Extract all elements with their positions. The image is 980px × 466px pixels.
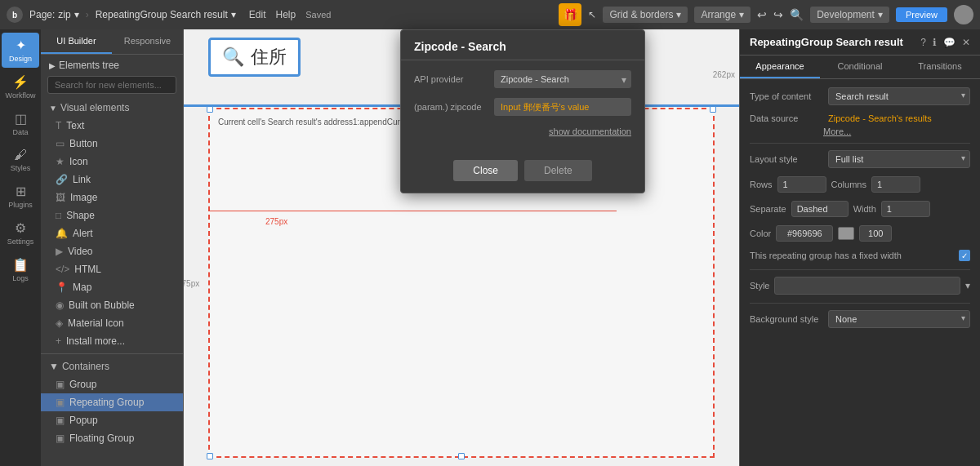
element-link[interactable]: 🔗 Link	[41, 171, 183, 189]
columns-select-wrap[interactable]: 1	[871, 176, 920, 193]
element-install-more[interactable]: + Install more...	[41, 332, 183, 350]
info-icon[interactable]: ℹ	[933, 37, 937, 48]
topbar: b Page: zip ▾ › RepeatingGroup Search re…	[0, 0, 980, 29]
element-search-input[interactable]	[55, 80, 169, 90]
param-zipcode-value[interactable]	[494, 98, 631, 116]
tab-ui-builder[interactable]: UI Builder	[41, 29, 112, 54]
undo-button[interactable]: ↩	[757, 8, 767, 21]
separate-select-wrap[interactable]: Dashed	[791, 201, 849, 217]
containers-section[interactable]: ▼ Containers	[41, 357, 183, 375]
layout-style-select[interactable]: Full list	[828, 150, 970, 168]
data-source-more[interactable]: More...	[823, 126, 970, 136]
tab-appearance[interactable]: Appearance	[740, 55, 820, 78]
help-action[interactable]: Help	[275, 9, 296, 20]
data-source-link[interactable]: Zipcode - Search's results	[828, 113, 970, 123]
rows-select[interactable]: 1	[777, 176, 826, 193]
elements-tree-header[interactable]: ▶ Elements tree	[41, 55, 183, 76]
tab-responsive[interactable]: Responsive	[112, 29, 183, 54]
element-floating-group[interactable]: ▣ Floating Group	[41, 429, 183, 447]
background-style-value-wrap[interactable]: None	[828, 310, 970, 328]
sidebar-item-styles[interactable]: 🖌 Styles	[2, 143, 39, 177]
style-chevron[interactable]: ▾	[965, 280, 970, 291]
style-input[interactable]	[774, 277, 960, 295]
grid-chevron[interactable]: ▾	[676, 9, 681, 20]
page-selector[interactable]: Page: zip ▾	[29, 9, 79, 20]
element-group[interactable]: ▣ Group	[41, 375, 183, 393]
topbar-right-icons: ↖ Grid & borders ▾ Arrange ▾ ↩ ↪ 🔍 Devel…	[588, 5, 973, 24]
element-image[interactable]: 🖼 Image	[41, 189, 183, 206]
grid-borders-button[interactable]: Grid & borders ▾	[603, 7, 688, 23]
element-text[interactable]: T Text	[41, 117, 183, 135]
element-video[interactable]: ▶ Video	[41, 242, 183, 260]
help-icon[interactable]: ?	[920, 37, 926, 48]
element-built-on-bubble[interactable]: ◉ Built on Bubble	[41, 296, 183, 314]
arrange-chevron[interactable]: ▾	[739, 9, 744, 20]
sidebar-item-settings[interactable]: ⚙ Settings	[2, 215, 39, 251]
page-chevron[interactable]: ▾	[74, 9, 79, 20]
resize-handle-tl[interactable]	[207, 106, 213, 113]
element-material-icon[interactable]: ◈ Material Icon	[41, 314, 183, 332]
edit-action[interactable]: Edit	[249, 9, 266, 20]
type-of-content-value-wrap[interactable]: Search result	[828, 87, 970, 105]
width-select-wrap[interactable]: 1	[881, 201, 930, 217]
element-map[interactable]: 📍 Map	[41, 278, 183, 296]
redo-button[interactable]: ↪	[773, 8, 783, 21]
panel-tabs: UI Builder Responsive	[41, 29, 183, 55]
separate-select[interactable]: Dashed	[791, 201, 849, 217]
arrange-button[interactable]: Arrange ▾	[694, 7, 751, 23]
preview-button[interactable]: Preview	[896, 7, 947, 22]
color-hex-input[interactable]	[776, 225, 833, 242]
element-button[interactable]: ▭ Button	[41, 135, 183, 153]
sidebar-item-workflow[interactable]: ⚡ Workflow	[2, 69, 39, 104]
element-repeating-group[interactable]: ▣ Repeating Group	[41, 393, 183, 411]
columns-select[interactable]: 1	[871, 176, 920, 193]
close-icon[interactable]: ✕	[962, 37, 970, 48]
visual-elements-section[interactable]: ▼ Visual elements	[41, 99, 183, 117]
delete-button[interactable]: Delete	[524, 160, 592, 181]
api-provider-select[interactable]: Zipcode - Search	[494, 70, 631, 88]
gift-icon[interactable]: 🎁	[559, 3, 581, 26]
color-label: Color	[750, 229, 771, 238]
sidebar-item-plugins[interactable]: ⊞ Plugins	[2, 179, 39, 214]
sidebar-item-design[interactable]: ✦ Design	[2, 33, 39, 68]
tab-transitions[interactable]: Transitions	[900, 55, 980, 78]
element-shape[interactable]: □ Shape	[41, 206, 183, 224]
param-zipcode-input[interactable]	[494, 98, 631, 116]
resize-handle-bm[interactable]	[458, 453, 465, 459]
page-label: Page:	[29, 9, 55, 20]
user-avatar[interactable]	[954, 5, 973, 24]
element-search-bar[interactable]	[47, 76, 176, 94]
search-button[interactable]: 🔍	[790, 8, 804, 21]
element-html[interactable]: </> HTML	[41, 260, 183, 278]
element-icon[interactable]: ★ Icon	[41, 153, 183, 171]
saved-status: Saved	[305, 10, 331, 20]
background-style-select[interactable]: None	[828, 310, 970, 328]
type-of-content-select[interactable]: Search result	[828, 87, 970, 105]
sidebar-item-data[interactable]: ◫ Data	[2, 106, 39, 141]
color-swatch[interactable]	[838, 227, 854, 240]
resize-handle-bl[interactable]	[207, 453, 213, 459]
rg-selector[interactable]: RepeatingGroup Search result ▾	[96, 9, 236, 20]
type-of-content-select-wrap[interactable]: Search result	[828, 87, 970, 105]
element-alert[interactable]: 🔔 Alert	[41, 224, 183, 242]
api-provider-select-wrap[interactable]: Zipcode - Search	[494, 70, 631, 88]
development-button[interactable]: Development ▾	[810, 7, 889, 23]
element-popup[interactable]: ▣ Popup	[41, 411, 183, 429]
layout-style-select-wrap[interactable]: Full list	[828, 150, 970, 168]
close-button[interactable]: Close	[453, 160, 518, 181]
fixed-width-checkbox[interactable]: ✓	[959, 250, 970, 261]
resize-handle-tr[interactable]	[710, 106, 716, 113]
rows-select-wrap[interactable]: 1	[777, 176, 826, 193]
layout-style-value-wrap[interactable]: Full list	[828, 150, 970, 168]
api-provider-value-wrap[interactable]: Zipcode - Search	[494, 70, 631, 88]
sidebar-item-logs[interactable]: 📋 Logs	[2, 252, 39, 287]
dev-chevron[interactable]: ▾	[878, 9, 883, 20]
background-style-select-wrap[interactable]: None	[828, 310, 970, 328]
comment-icon[interactable]: 💬	[943, 37, 956, 48]
show-documentation-link[interactable]: show documentation	[549, 126, 631, 136]
width-select[interactable]: 1	[881, 201, 930, 217]
rows-columns-row: Rows 1 Columns 1	[750, 176, 970, 193]
color-opacity-input[interactable]	[859, 225, 892, 242]
tab-conditional[interactable]: Conditional	[820, 55, 900, 78]
rg-chevron[interactable]: ▾	[231, 9, 236, 20]
